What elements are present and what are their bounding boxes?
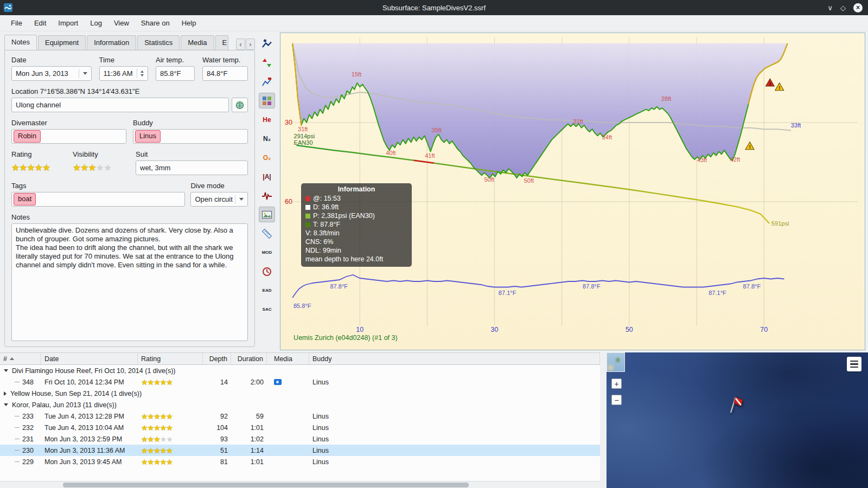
column-header-media[interactable]: Media: [267, 353, 309, 364]
dive-site-flag-marker[interactable]: [727, 395, 744, 416]
location-field[interactable]: [11, 98, 229, 112]
column-header-rating[interactable]: Rating: [138, 353, 203, 364]
n2-graph-icon[interactable]: N₂: [259, 131, 275, 146]
dive-profile-chart[interactable]: 15ft40ft41ft35ft50ft50ft31ft34ft28ft43ft…: [280, 33, 865, 350]
tab-equipment[interactable]: Equipment: [38, 35, 86, 50]
chevron-down-icon: [79, 69, 87, 78]
star-filled-icon: ★: [148, 447, 154, 454]
mod-icon[interactable]: MOD: [259, 245, 275, 260]
edit-dive-site-button[interactable]: [232, 98, 248, 112]
tab-scroll-right-icon[interactable]: ›: [246, 38, 255, 50]
column-header-duration[interactable]: Duration: [231, 353, 267, 364]
spinner-arrows-icon[interactable]: [137, 68, 144, 79]
media-icon[interactable]: [274, 379, 282, 385]
air-graph-icon[interactable]: |A|: [259, 169, 275, 184]
photos-toggle-icon[interactable]: [259, 207, 275, 222]
tab-information[interactable]: Information: [87, 35, 136, 50]
he-graph-icon[interactable]: He: [259, 112, 275, 127]
expand-chevron-icon[interactable]: [4, 391, 7, 396]
splitter[interactable]: [600, 352, 607, 488]
tab-scroll-left-icon[interactable]: ‹: [236, 38, 245, 50]
dive-row[interactable]: 232Tue Jun 4, 2013 10:04 AM★★★★★1041:01L…: [0, 422, 600, 433]
maximize-icon[interactable]: ◇: [840, 4, 846, 11]
star-filled-icon: ★: [141, 435, 148, 443]
column-header-num[interactable]: #: [0, 353, 41, 364]
time-spinbox[interactable]: 11:36 AM: [99, 66, 148, 81]
minimize-icon[interactable]: ∨: [827, 4, 833, 11]
red-warning-icon[interactable]: !: [765, 79, 774, 86]
tissues-graph-icon[interactable]: [259, 74, 275, 89]
scrollbar-thumb[interactable]: [63, 483, 469, 487]
notes-textarea[interactable]: Unbelievable dive. Dozens and dozens of …: [11, 223, 248, 341]
tab-media[interactable]: Media: [181, 35, 214, 50]
yellow-warning-icon[interactable]: !: [745, 142, 754, 150]
tags-field[interactable]: boat: [11, 192, 185, 207]
menu-edit[interactable]: Edit: [29, 17, 52, 29]
collapse-chevron-icon[interactable]: [4, 369, 8, 372]
trip-row[interactable]: Yellow House, Sun Sep 21, 2014 (1 dive(s…: [0, 388, 600, 399]
tag-chip[interactable]: boat: [14, 193, 36, 206]
dc-ceiling-icon[interactable]: [259, 55, 275, 70]
tab-notes[interactable]: Notes: [4, 35, 37, 50]
divemaster-chip[interactable]: Robin: [14, 130, 41, 143]
dive-events-icon[interactable]: [259, 36, 275, 52]
visibility-stars[interactable]: ★★★★★: [73, 160, 131, 175]
o2-graph-icon[interactable]: O₂: [259, 150, 275, 165]
calculated-ceiling-icon[interactable]: [259, 93, 275, 108]
date-combobox[interactable]: Mon Jun 3, 2013: [11, 66, 92, 81]
sac-icon[interactable]: SAC: [259, 301, 275, 317]
dive-row[interactable]: 233Tue Jun 4, 2013 12:28 PM★★★★★9259Linu…: [0, 410, 600, 422]
svg-text:31ft: 31ft: [298, 126, 308, 132]
star-empty-icon[interactable]: ★: [96, 163, 104, 172]
water-temp-field[interactable]: [202, 66, 248, 81]
deco-time-icon[interactable]: [259, 264, 275, 279]
tab-statistics[interactable]: Statistics: [137, 35, 180, 50]
ruler-icon[interactable]: [259, 226, 275, 241]
column-header-buddy[interactable]: Buddy: [309, 353, 600, 364]
dive-row[interactable]: 230Mon Jun 3, 2013 11:36 AM★★★★★511:14Li…: [0, 445, 600, 456]
menu-file[interactable]: File: [5, 17, 28, 29]
map-zoom-out-button[interactable]: −: [611, 395, 622, 405]
star-filled-icon[interactable]: ★: [27, 163, 35, 172]
star-filled-icon[interactable]: ★: [80, 163, 88, 172]
suit-field[interactable]: [136, 160, 248, 175]
dive-row[interactable]: 231Mon Jun 3, 2013 2:59 PM★★★★★931:02Lin…: [0, 433, 600, 445]
rating-stars[interactable]: ★★★★★: [11, 160, 68, 175]
air-temp-field[interactable]: [156, 66, 195, 81]
map-view[interactable]: + −: [607, 352, 868, 488]
menu-log[interactable]: Log: [85, 17, 107, 29]
location-label: Location 7°16'58.386"N 134°14'43.631"E: [11, 87, 248, 95]
dive-row[interactable]: 348Fri Oct 10, 2014 12:34 PM★★★★★142:00L…: [0, 376, 600, 388]
heartrate-icon[interactable]: [259, 188, 275, 203]
column-header-date[interactable]: Date: [41, 353, 138, 364]
horizontal-scrollbar[interactable]: [0, 481, 600, 488]
divemaster-field[interactable]: Robin: [11, 129, 126, 144]
star-filled-icon[interactable]: ★: [42, 163, 50, 172]
star-filled-icon[interactable]: ★: [11, 163, 19, 172]
menu-import[interactable]: Import: [53, 17, 84, 29]
trip-row[interactable]: Divi Flamingo House Reef, Fri Oct 10, 20…: [0, 365, 600, 376]
trip-label: Divi Flamingo House Reef, Fri Oct 10, 20…: [12, 367, 176, 375]
star-filled-icon[interactable]: ★: [19, 163, 27, 172]
menu-share-on[interactable]: Share on: [136, 17, 175, 29]
buddy-chip[interactable]: Linus: [135, 130, 161, 143]
star-filled-icon[interactable]: ★: [35, 163, 42, 172]
ead-icon[interactable]: EAD: [259, 282, 275, 298]
star-filled-icon[interactable]: ★: [73, 163, 80, 172]
map-menu-button[interactable]: [847, 357, 861, 371]
column-header-depth[interactable]: Depth: [203, 353, 231, 364]
menu-help[interactable]: Help: [176, 17, 202, 29]
map-zoom-in-button[interactable]: +: [611, 378, 622, 389]
dive-mode-combobox[interactable]: Open circuit: [190, 192, 248, 207]
yellow-warning-icon[interactable]: !: [775, 83, 784, 91]
star-empty-icon[interactable]: ★: [104, 163, 111, 172]
trip-row[interactable]: Koror, Palau, Jun 2013 (11 dive(s)): [0, 399, 600, 410]
dive-row[interactable]: 229Mon Jun 3, 2013 9:45 AM★★★★★811:01Lin…: [0, 456, 600, 467]
map-overview-thumbnail[interactable]: [607, 352, 625, 372]
close-icon[interactable]: ×: [853, 3, 863, 12]
collapse-chevron-icon[interactable]: [4, 403, 8, 406]
buddy-field[interactable]: Linus: [133, 129, 248, 144]
menu-view[interactable]: View: [108, 17, 135, 29]
tab-e[interactable]: E: [215, 35, 228, 50]
star-filled-icon[interactable]: ★: [88, 163, 96, 172]
